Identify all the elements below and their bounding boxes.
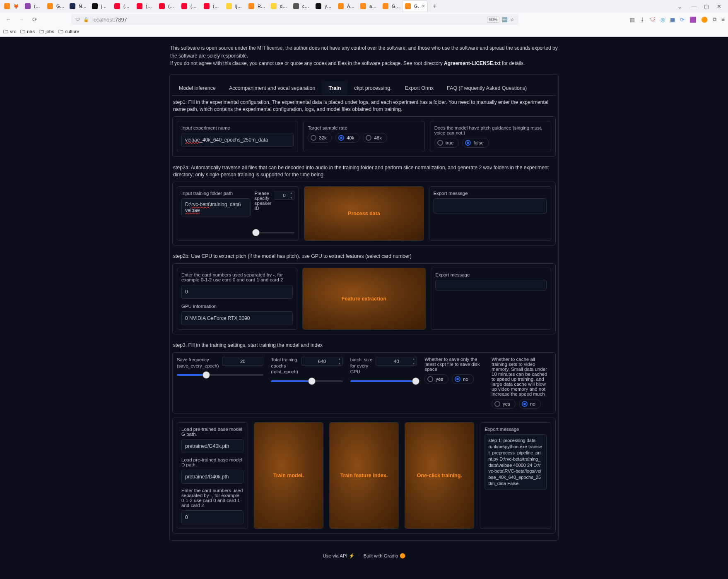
total-epochs-label: Total training epochs (total_epoch) (271, 357, 298, 375)
browser-tab[interactable]: Gradio (380, 1, 402, 12)
browser-tab[interactable]: (26) rc (22, 1, 44, 12)
card-numbers-input[interactable]: 0 (181, 285, 293, 299)
forward-icon[interactable]: → (17, 14, 27, 24)
tab-onnx[interactable]: Export Onnx (398, 81, 440, 95)
train-model-button[interactable]: Train model. (254, 422, 323, 529)
browser-tab[interactable]: (2) [26 (134, 1, 156, 12)
tab-faq[interactable]: FAQ (Frequently Asked Questions) (440, 81, 533, 95)
use-via-api-link[interactable]: Use via API ⚡ (323, 553, 354, 558)
tab-model-inference[interactable]: Model inference (172, 81, 222, 95)
radio-48k[interactable]: 48k (363, 133, 387, 143)
step3-cards-input[interactable]: 0 (181, 510, 243, 524)
new-tab-button[interactable]: + (430, 1, 440, 11)
feature-extraction-button[interactable]: Feature extraction (302, 268, 426, 330)
browser-tab[interactable]: Audio (335, 1, 357, 12)
speaker-id-input[interactable]: 0 ▲▼ (274, 191, 294, 200)
radio-32k[interactable]: 32k (308, 133, 332, 143)
tab-train[interactable]: Train (322, 81, 347, 95)
browser-tab[interactable]: Navy S (67, 1, 89, 12)
bookmark-folder[interactable]: culture (58, 29, 80, 34)
browser-tab[interactable]: adding (358, 1, 379, 12)
tab-label: (2) [05 (213, 4, 220, 9)
browser-tab[interactable]: (2) [05 (201, 1, 223, 12)
browser-tab[interactable]: Gradio (45, 1, 66, 12)
bookmark-folder[interactable]: jobs (39, 29, 54, 34)
pretrained-d-input[interactable]: pretrained/D40k.pth (181, 470, 243, 484)
browser-tab[interactable]: (2) Vei (112, 1, 133, 12)
star-icon[interactable]: ☆ (510, 17, 514, 22)
extensions-icon[interactable]: ⧉ (713, 16, 716, 23)
reload-icon[interactable]: ⟳ (30, 14, 40, 24)
browser-tab[interactable]: Gra× (403, 1, 427, 12)
bookmark-folder[interactable]: vrc (3, 29, 16, 34)
tab-label: (2) [25 (168, 4, 176, 9)
browser-tab[interactable]: RVC-b (246, 1, 268, 12)
tab-accompaniment[interactable]: Accompaniment and vocal separation (222, 81, 322, 95)
back-icon[interactable]: ← (3, 14, 13, 24)
tab-favicon (204, 3, 210, 9)
bookmark-folder[interactable]: nas (20, 29, 35, 34)
window-maximize-icon[interactable]: ▢ (703, 3, 710, 10)
process-data-button[interactable]: Process data (304, 186, 424, 241)
ext-icon-4[interactable]: 🟪 (689, 17, 696, 23)
browser-tab[interactable]: (2) [02 (179, 1, 200, 12)
radio-latest-no[interactable]: no (452, 374, 474, 384)
built-with-gradio-link[interactable]: Built with Gradio 🟠 (364, 553, 405, 558)
tab-label: yt-dlp (325, 4, 332, 9)
experiment-name-input[interactable]: veibae_40k_640_epochs_250m_data (181, 133, 294, 147)
browser-tab[interactable]: jaywal (89, 1, 111, 12)
radio-40k[interactable]: 40k (335, 133, 360, 143)
tab-favicon (25, 3, 31, 9)
ext-icon-5[interactable]: 🟠 (701, 17, 708, 23)
ext-icon-3[interactable]: ⟳ (680, 17, 685, 23)
save-frequency-input[interactable]: 20 (222, 357, 263, 366)
browser-tab[interactable]: lj1995/ (224, 1, 245, 12)
radio-pitch-true[interactable]: true (434, 138, 459, 148)
tab-label: Gra (414, 4, 419, 9)
app-body: This software is open source under the M… (0, 37, 728, 579)
zoom-level[interactable]: 90% (487, 17, 499, 23)
window-minimize-icon[interactable]: — (691, 3, 697, 10)
tab-favicon (226, 3, 232, 9)
radio-cache-no[interactable]: no (519, 399, 541, 409)
browser-tab[interactable]: 🦊 (2, 1, 22, 12)
ext-icon-2[interactable]: ▦ (670, 17, 675, 23)
radio-latest-yes[interactable]: yes (424, 374, 448, 384)
save-frequency-slider[interactable] (177, 371, 263, 379)
browser-tab[interactable]: yt-dlp (313, 1, 335, 12)
train-feature-index-button[interactable]: Train feature index. (329, 422, 399, 529)
tab-favicon (293, 3, 299, 9)
pitch-guidance-box: Does the model have pitch guidance (sing… (430, 121, 551, 152)
batch-size-input[interactable]: 40▲▼ (376, 357, 417, 366)
menu-icon[interactable]: ≡ (721, 17, 725, 23)
tab-label: Gradio (392, 4, 399, 9)
step2b-export-output (435, 280, 547, 291)
overflow-chevron-icon[interactable]: ⌄ (677, 2, 682, 10)
browser-tab[interactable]: (2) [25 (157, 1, 178, 12)
total-epochs-slider[interactable] (271, 377, 342, 385)
speaker-id-slider[interactable] (255, 229, 295, 236)
radio-cache-yes[interactable]: yes (492, 399, 516, 409)
translate-icon[interactable]: 🔤 (502, 17, 508, 22)
step3-panel-top: Save frequency (save_every_epoch) 20 Tot… (172, 352, 556, 413)
download-icon[interactable]: ⭳ (640, 17, 645, 23)
radio-pitch-false[interactable]: false (462, 138, 489, 148)
window-close-icon[interactable]: ✕ (716, 3, 722, 10)
batch-size-slider[interactable] (350, 377, 417, 385)
ublock-icon[interactable]: 🛡 (650, 17, 656, 23)
tab-favicon (114, 3, 120, 9)
total-epochs-input[interactable]: 640▲▼ (301, 357, 343, 366)
tab-close-icon[interactable]: × (422, 3, 425, 9)
url-host: localhost (92, 17, 113, 23)
one-click-training-button[interactable]: One-click training. (405, 422, 474, 529)
pretrained-g-input[interactable]: pretrained/G40k.pth (181, 439, 243, 453)
address-bar[interactable]: 🛡 🔒 localhost:7897 90% 🔤 ☆ (71, 14, 518, 25)
ext-icon-1[interactable]: ◎ (661, 17, 665, 23)
reader-icon[interactable]: ▥ (630, 17, 635, 23)
gpu-info-input[interactable]: 0 NVIDIA GeForce RTX 3090 (181, 311, 293, 325)
training-folder-input[interactable]: D:\rvc-beta\training_data\ veibae (181, 198, 251, 216)
browser-tab[interactable]: c++ - (291, 1, 312, 12)
browser-tab[interactable]: docs/F (268, 1, 290, 12)
tab-label: lj1995/ (235, 4, 243, 9)
tab-ckpt[interactable]: ckpt processing. (347, 81, 398, 95)
